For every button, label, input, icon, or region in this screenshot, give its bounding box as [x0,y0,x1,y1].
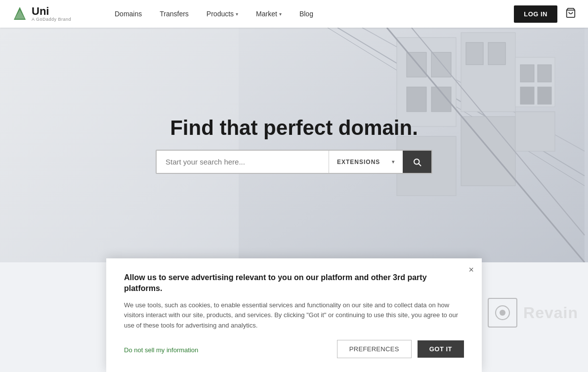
svg-line-26 [419,164,420,165]
svg-rect-10 [461,117,515,186]
login-button[interactable]: LOG IN [514,5,557,23]
logo-icon [12,6,28,22]
revain-logo-icon [488,298,517,328]
cookie-bottom: Do not sell my information PREFERENCES G… [124,340,464,358]
hero-content: Find that perfect domain. EXTENSIONS ▾ [156,116,432,174]
extensions-chevron-icon: ▾ [392,159,395,165]
do-not-sell-link[interactable]: Do not sell my information [124,346,198,354]
extensions-dropdown[interactable]: EXTENSIONS ▾ [329,151,403,173]
search-input[interactable] [157,151,329,173]
search-button[interactable] [403,151,431,173]
revain-text: Revain [523,304,578,322]
svg-rect-16 [488,42,505,65]
svg-rect-13 [407,87,426,112]
nav-blog[interactable]: Blog [292,6,321,22]
cookie-banner: × Allow us to serve advertising relevant… [106,258,482,372]
svg-rect-12 [431,52,451,77]
navbar: Uni A GoDaddy Brand Domains Transfers Pr… [0,0,588,28]
search-bar: EXTENSIONS ▾ [156,150,432,174]
nav-market[interactable]: Market ▾ [248,6,290,22]
svg-marker-1 [15,10,25,19]
cart-icon[interactable] [565,7,576,21]
logo-uni: Uni [32,6,71,17]
nav-transfers[interactable]: Transfers [152,6,197,22]
hero-title: Find that perfect domain. [170,116,418,140]
extensions-label: EXTENSIONS [337,159,380,165]
cookie-title: Allow us to serve advertising relevant t… [124,272,464,294]
search-icon [413,158,421,166]
revain-watermark: Revain [488,298,578,328]
gotit-button[interactable]: GOT IT [418,340,464,358]
svg-rect-23 [520,87,534,104]
svg-rect-22 [538,65,551,82]
hero-section: Find that perfect domain. EXTENSIONS ▾ [0,28,588,262]
svg-point-28 [500,310,505,316]
svg-rect-21 [520,65,534,82]
svg-rect-20 [515,112,555,151]
preferences-button[interactable]: PREFERENCES [337,340,412,358]
navbar-right: LOG IN [514,5,576,23]
svg-rect-11 [407,52,426,77]
cookie-body: We use tools, such as cookies, to enable… [124,300,464,331]
nav-domains[interactable]: Domains [107,6,150,22]
products-chevron-icon: ▾ [236,11,238,17]
nav-products[interactable]: Products ▾ [199,6,246,22]
svg-rect-24 [538,87,551,104]
logo-brand: A GoDaddy Brand [32,17,71,22]
revain-icon-svg [494,304,511,322]
logo-text: Uni A GoDaddy Brand [32,6,71,22]
svg-rect-15 [466,42,483,65]
cookie-actions: PREFERENCES GOT IT [337,340,464,358]
market-chevron-icon: ▾ [279,11,282,17]
nav-links: Domains Transfers Products ▾ Market ▾ Bl… [107,6,514,22]
cookie-close-button[interactable]: × [468,265,474,274]
logo-area[interactable]: Uni A GoDaddy Brand [12,6,91,22]
